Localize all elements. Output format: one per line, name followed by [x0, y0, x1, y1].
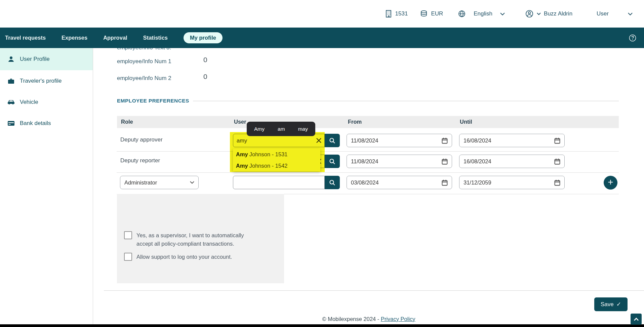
role-label: User: [597, 10, 609, 17]
autocomplete-match: Amy: [236, 163, 248, 169]
from-date-row3[interactable]: 03/08/2024: [347, 176, 452, 189]
date-value: 11/08/2024: [351, 158, 378, 165]
sidebar-item-bank-details[interactable]: Bank details: [0, 113, 93, 134]
copyright-text: © Mobilexpense 2024 -: [322, 316, 381, 322]
language-selector[interactable]: English: [458, 10, 505, 18]
column-user: User: [234, 119, 246, 125]
bottom-edge-strip: [0, 324, 644, 327]
currency-selector[interactable]: EUR: [420, 10, 443, 17]
section-title-employee-preferences: EMPLOYEE PREFERENCES: [117, 98, 189, 104]
user-circle-icon: [525, 9, 534, 18]
preferences-table-header: Role User From Until: [117, 116, 619, 128]
row-divider: [117, 151, 619, 152]
date-value: 31/12/2059: [464, 179, 491, 186]
user-search-value: amy: [237, 137, 247, 144]
sidebar-item-label: Bank details: [20, 120, 51, 127]
user-search-input-row3[interactable]: [233, 176, 325, 189]
topbar: 1531 EUR En: [0, 0, 644, 28]
calendar-icon: [442, 137, 448, 144]
briefcase-icon: [7, 78, 15, 84]
mobilexpense-app: 1531 EUR En: [0, 0, 644, 327]
checkbox-label: Yes, as a supervisor, I want to automati…: [136, 231, 251, 248]
help-icon[interactable]: [629, 34, 637, 42]
user-profile-content: employee/Info Text 3. employee/Info Num …: [93, 48, 644, 324]
field-value-info-num-1: 0: [203, 56, 207, 64]
column-role: Role: [121, 119, 133, 125]
date-value: 11/08/2024: [351, 137, 378, 144]
globe-icon: [458, 10, 466, 18]
clear-icon[interactable]: [316, 138, 322, 144]
entity-selector[interactable]: 1531: [385, 10, 408, 18]
calendar-icon: [554, 179, 560, 186]
calendar-icon: [442, 179, 448, 186]
selected-role: Administrator: [124, 179, 157, 186]
nav-approval[interactable]: Approval: [103, 35, 127, 41]
date-value: 16/08/2024: [464, 158, 491, 165]
checkbox-icon[interactable]: [124, 253, 132, 261]
calendar-icon: [442, 158, 448, 165]
checkbox-allow-support[interactable]: Allow support to log onto your account.: [124, 253, 232, 261]
coins-icon: [420, 10, 428, 17]
add-row-button[interactable]: +: [604, 176, 617, 190]
sidebar-item-label: User Profile: [20, 56, 50, 63]
entity-id: 1531: [395, 10, 408, 17]
spellcheck-suggestion[interactable]: am: [278, 126, 285, 132]
nav-travel-requests[interactable]: Travel requests: [5, 35, 46, 41]
field-value-info-num-2: 0: [203, 73, 207, 81]
column-until: Until: [460, 119, 472, 125]
autocomplete-match: Amy: [236, 151, 248, 158]
sidebar-item-label: Vehicle: [20, 99, 38, 106]
spellcheck-suggestion[interactable]: may: [298, 126, 308, 132]
save-label: Save: [601, 301, 614, 308]
user-name: Buzz Aldrin: [544, 10, 572, 17]
checkbox-icon[interactable]: [124, 231, 132, 239]
sidebar-item-travelers-profile[interactable]: Traveler's profile: [0, 70, 93, 91]
autocomplete-rest: Johnson - 1531: [249, 151, 288, 158]
autocomplete-rest: Johnson - 1542: [249, 163, 288, 169]
date-value: 16/08/2024: [464, 137, 491, 144]
role-select-administrator[interactable]: Administrator: [120, 176, 199, 189]
user-menu[interactable]: Buzz Aldrin: [525, 9, 572, 18]
chevron-down-icon: [537, 12, 541, 15]
column-from: From: [348, 119, 362, 125]
field-label-info-num-2: employee/Info Num 2: [117, 75, 171, 82]
scroll-to-top-button[interactable]: [631, 314, 642, 325]
search-button-row2[interactable]: [325, 155, 340, 168]
from-date-row1[interactable]: 11/08/2024: [347, 134, 452, 147]
checkbox-auto-accept[interactable]: Yes, as a supervisor, I want to automati…: [124, 231, 251, 248]
row-divider: [117, 172, 619, 173]
section-divider: [193, 101, 619, 101]
spellcheck-tooltip: Amy am may: [247, 122, 315, 136]
search-button-row3[interactable]: [325, 176, 340, 189]
plus-icon: +: [608, 177, 613, 187]
check-icon: ✓: [616, 301, 621, 308]
spellcheck-suggestion[interactable]: Amy: [254, 126, 265, 132]
save-button[interactable]: Save ✓: [594, 297, 628, 311]
autocomplete-dropdown: Amy Johnson - 1531 Amy Johnson - 1542: [233, 149, 320, 171]
until-date-row3[interactable]: 31/12/2059: [459, 176, 565, 189]
sidebar-item-user-profile[interactable]: User Profile: [0, 48, 93, 70]
car-icon: [7, 99, 15, 105]
clipped-field-label: employee/Info Text 3.: [117, 48, 171, 51]
until-date-row2[interactable]: 16/08/2024: [459, 155, 565, 168]
search-button-row1[interactable]: [325, 134, 340, 147]
chevron-down-icon: [628, 12, 633, 15]
form-divider: [104, 290, 644, 291]
nav-my-profile[interactable]: My profile: [184, 32, 223, 43]
autocomplete-item[interactable]: Amy Johnson - 1542: [233, 160, 320, 171]
until-date-row1[interactable]: 16/08/2024: [459, 134, 565, 147]
calendar-icon: [554, 158, 560, 165]
nav-statistics[interactable]: Statistics: [143, 35, 168, 41]
from-date-row2[interactable]: 11/08/2024: [347, 155, 452, 168]
sidebar-item-vehicle[interactable]: Vehicle: [0, 91, 93, 113]
currency-code: EUR: [431, 10, 443, 17]
autocomplete-item[interactable]: Amy Johnson - 1531: [233, 149, 320, 160]
field-label-info-num-1: employee/Info Num 1: [117, 58, 171, 65]
role-dropdown[interactable]: User: [597, 10, 633, 17]
nav-expenses[interactable]: Expenses: [62, 35, 87, 41]
main-nav: Travel requests Expenses Approval Statis…: [0, 28, 644, 48]
person-icon: [7, 56, 15, 63]
chevron-down-icon: [190, 181, 194, 184]
privacy-policy-link[interactable]: Privacy Policy: [381, 316, 415, 322]
calendar-icon: [554, 137, 560, 144]
